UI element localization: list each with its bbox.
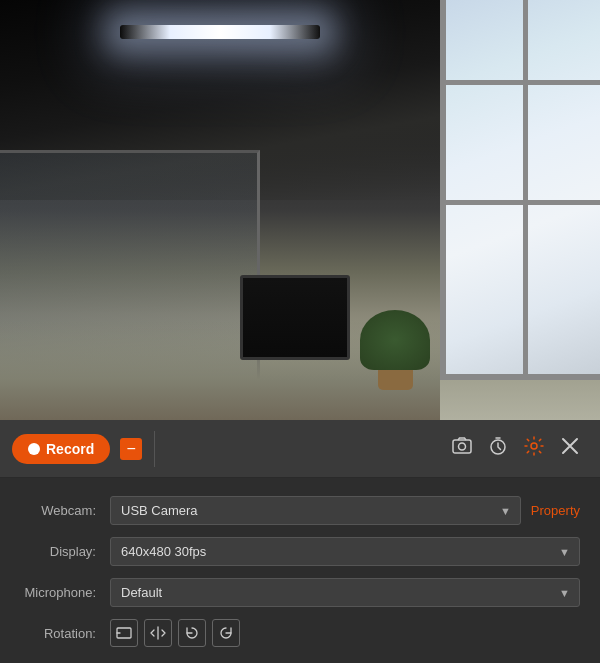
property-link[interactable]: Property xyxy=(531,503,580,518)
webcam-row: Webcam: USB Camera ▼ Property xyxy=(0,490,600,531)
timer-icon xyxy=(487,435,509,462)
microphone-label: Microphone: xyxy=(20,585,110,600)
minus-icon: − xyxy=(127,441,136,457)
window xyxy=(440,0,600,380)
close-icon xyxy=(561,437,579,460)
svg-rect-0 xyxy=(453,440,471,453)
record-dot xyxy=(28,443,40,455)
webcam-select[interactable]: USB Camera xyxy=(110,496,521,525)
display-row: Display: 640x480 30fps ▼ xyxy=(0,531,600,572)
rotate-left-button[interactable] xyxy=(178,619,206,647)
timer-button[interactable] xyxy=(480,431,516,467)
microphone-row: Microphone: Default ▼ xyxy=(0,572,600,613)
rotate-original-button[interactable] xyxy=(110,619,138,647)
gear-icon xyxy=(523,435,545,462)
webcam-label: Webcam: xyxy=(20,503,110,518)
monitor xyxy=(240,275,350,360)
display-label: Display: xyxy=(20,544,110,559)
webcam-select-wrap: USB Camera ▼ xyxy=(110,496,521,525)
microphone-select[interactable]: Default xyxy=(110,578,580,607)
microphone-select-wrap: Default ▼ xyxy=(110,578,580,607)
minus-button[interactable]: − xyxy=(120,438,142,460)
rotation-row: Rotation: xyxy=(0,613,600,653)
rotation-controls xyxy=(110,619,240,647)
snapshot-button[interactable] xyxy=(444,431,480,467)
camera-preview xyxy=(0,0,600,420)
display-select-wrap: 640x480 30fps ▼ xyxy=(110,537,580,566)
record-label: Record xyxy=(46,441,94,457)
toolbar-divider xyxy=(154,431,155,467)
close-button[interactable] xyxy=(552,431,588,467)
rotation-label: Rotation: xyxy=(20,626,110,641)
snapshot-icon xyxy=(451,435,473,462)
rotate-right-button[interactable] xyxy=(212,619,240,647)
ceiling-light xyxy=(120,25,320,39)
svg-point-1 xyxy=(459,443,466,450)
settings-button[interactable] xyxy=(516,431,552,467)
controls-panel: Webcam: USB Camera ▼ Property Display: 6… xyxy=(0,478,600,663)
flip-vertical-button[interactable] xyxy=(144,619,172,647)
display-select[interactable]: 640x480 30fps xyxy=(110,537,580,566)
record-button[interactable]: Record xyxy=(12,434,110,464)
toolbar: Record − xyxy=(0,420,600,478)
svg-point-3 xyxy=(531,443,537,449)
plant xyxy=(360,310,430,390)
